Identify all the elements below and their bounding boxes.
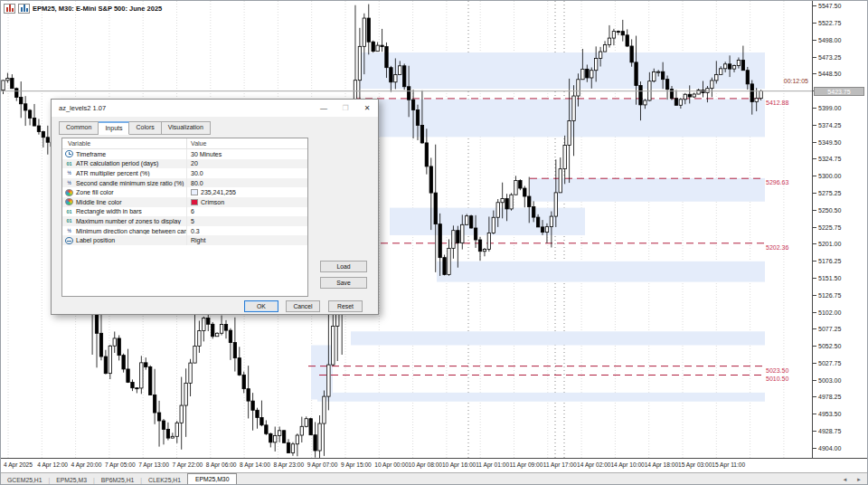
candle-body (608, 38, 610, 44)
candle-body (104, 357, 107, 374)
input-row[interactable]: 01Rectangle width in bars6 (62, 207, 307, 217)
input-row[interactable]: ½ATR multiplier percent (%)30.0 (62, 168, 307, 178)
color-icon (65, 198, 73, 205)
candle-body (180, 405, 183, 423)
input-row[interactable]: Timeframe30 Minutes (62, 149, 307, 159)
bar-chart-icon (4, 4, 15, 14)
dialog-title: az_levels2 1.07 (52, 104, 313, 112)
price-tick: 5522.75 (813, 19, 841, 27)
candle-body (203, 318, 205, 330)
candle-body (256, 410, 259, 417)
dialog-tab-visualization[interactable]: Visualization (162, 121, 211, 135)
close-icon[interactable]: ✕ (356, 100, 378, 117)
candle-body (429, 166, 432, 193)
chart-tab-gcem25-h1[interactable]: GCEM25,H1 (1, 475, 49, 485)
price-tick: 5399.00 (813, 104, 841, 112)
candle-body (193, 346, 196, 363)
price-tick: 5003.00 (813, 376, 841, 385)
zone-price-label: 5296.63 (766, 179, 788, 185)
variable-value[interactable]: 6 (191, 208, 194, 214)
candle-body (99, 333, 102, 357)
candle-body (220, 325, 222, 334)
variable-value[interactable]: 0.3 (191, 228, 200, 234)
variable-value[interactable]: Crimson (201, 199, 224, 205)
candle-body (737, 60, 740, 65)
inputs-table: Variable Value Timeframe30 Minutes01ATR … (61, 138, 308, 297)
minimize-icon[interactable]: — (313, 100, 335, 117)
chart-tab-bp6m25-h1[interactable]: BP6M25,H1 (95, 475, 141, 485)
candle-body (760, 90, 762, 98)
zone-price-label: 5412.88 (766, 100, 788, 106)
input-row[interactable]: Label positionRight (62, 235, 307, 245)
candle-body (425, 143, 428, 166)
candle-body (140, 363, 143, 388)
dialog-tab-common[interactable]: Common (59, 121, 99, 135)
candle-body (127, 369, 129, 383)
candle-body (590, 71, 593, 78)
candle-body (212, 324, 214, 336)
candle-body (612, 32, 615, 38)
candle-body (572, 96, 575, 120)
candle-body (24, 104, 26, 110)
variable-name: Timeframe (76, 151, 106, 157)
variable-value[interactable]: 30.0 (191, 170, 203, 176)
candle-body (171, 436, 174, 438)
input-row[interactable]: Zone fill color235,241,255 (62, 187, 307, 197)
input-row[interactable]: ½Second candle minimum size ratio (%)80.… (62, 178, 307, 188)
candle-body (184, 383, 187, 405)
candle-body (287, 442, 289, 452)
variable-value[interactable]: 235,241,255 (201, 189, 236, 195)
chart-tab-epm25-m3[interactable]: EPM25,M3 (50, 475, 93, 485)
variable-value[interactable]: 5 (191, 218, 194, 224)
variable-value[interactable]: 20 (191, 160, 198, 166)
input-row[interactable]: 01Maximum number of zones to display5 (62, 216, 307, 226)
variable-name: Zone fill color (76, 189, 114, 195)
variable-name: Rectangle width in bars (76, 208, 142, 214)
candle-body (501, 198, 504, 202)
load-button[interactable]: Load (320, 261, 367, 272)
price-tick: 4978.25 (813, 393, 841, 401)
price-tick: 5077.25 (813, 325, 841, 333)
time-axis[interactable]: 4 Apr 20254 Apr 12:004 Apr 20:007 Apr 05… (1, 458, 868, 472)
price-tick: 4928.75 (813, 427, 841, 435)
dialog-titlebar[interactable]: az_levels2 1.07 — ❐ ✕ (52, 100, 378, 117)
candle-body (282, 431, 285, 442)
chart-tab-clek25-h1[interactable]: CLEK25,H1 (142, 475, 187, 485)
variable-value[interactable]: 30 Minutes (191, 151, 222, 157)
symbol-header-text: EPM25, M30: E-Mini S&P 500: June 2025 (33, 5, 162, 13)
candle-body (541, 227, 543, 233)
variable-value[interactable]: 80.0 (191, 180, 203, 186)
ok-button[interactable]: OK (244, 300, 278, 312)
chart-tab-epm25-m30[interactable]: EPM25,M30 (187, 473, 237, 485)
candle-body (448, 248, 450, 274)
candle-body (452, 231, 455, 249)
candle-body (416, 109, 419, 125)
supply-demand-zone[interactable] (351, 331, 765, 345)
tab-scroll-arrows[interactable]: ◄ ► (842, 477, 865, 482)
variable-value[interactable]: Right (191, 237, 205, 243)
variable-name: Second candle minimum size ratio (%) (76, 180, 184, 186)
maximize-icon: ❐ (335, 100, 356, 117)
supply-demand-zone[interactable] (437, 262, 765, 282)
input-row[interactable]: 01ATR calculation period (days)20 (62, 159, 307, 169)
bar-countdown-timer: 00:12:05 (1, 78, 808, 84)
candle-body (466, 216, 468, 225)
price-tick: 5300.00 (813, 172, 841, 180)
dialog-tab-inputs[interactable]: Inputs (99, 121, 129, 135)
candle-body (644, 100, 646, 105)
price-axis[interactable]: 5547.505522.755498.005473.255448.505423.… (812, 1, 868, 458)
cancel-button[interactable]: Cancel (286, 300, 320, 312)
time-tick-label: 15 Apr 11:00 (712, 461, 745, 468)
integer-icon: 01 (65, 160, 73, 167)
inputs-table-header: Variable Value (62, 138, 307, 149)
save-button[interactable]: Save (320, 277, 367, 289)
reset-button[interactable]: Reset (328, 300, 363, 312)
dialog-tab-colors[interactable]: Colors (129, 121, 161, 135)
input-row[interactable]: ½Minimum direction change between cand..… (62, 226, 307, 236)
input-row[interactable]: Middle line colorCrimson (62, 197, 307, 207)
price-tick: 5498.00 (813, 36, 841, 44)
supply-demand-zone[interactable] (317, 393, 765, 402)
indicator-settings-dialog: az_levels2 1.07 — ❐ ✕ CommonInputsColors… (51, 99, 379, 315)
candle-body (474, 228, 476, 240)
candle-body (568, 120, 571, 145)
